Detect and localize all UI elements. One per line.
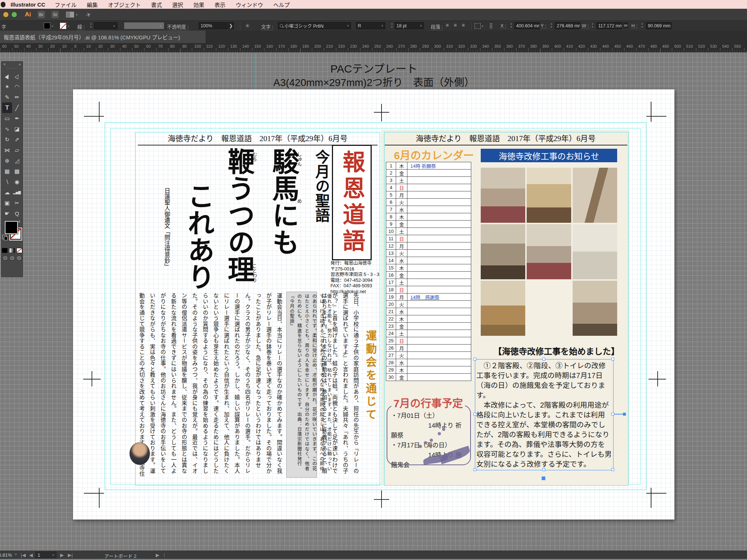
publisher-info[interactable]: 発行：報恩山海徳寺 〒275-0016 習志野市津田沼 5 - 3 - 3 電話…: [330, 261, 380, 295]
tool-rotate[interactable]: ↻: [2, 134, 12, 145]
tool-curvature[interactable]: ✏: [12, 92, 22, 102]
selection-handle[interactable]: [473, 413, 476, 416]
constrain-proportions-icon[interactable]: ∞: [623, 22, 628, 28]
menu-item[interactable]: 表示: [214, 1, 225, 8]
tool-eraser[interactable]: ◪: [12, 124, 22, 134]
status-artboard-label[interactable]: アートボード 2: [97, 552, 144, 559]
notice-text-frame[interactable]: ①２階客殿、②階段、③トイレの改修工事を行います。完成の時期は7月17日（海の日…: [475, 359, 614, 470]
stretch-widget[interactable]: [623, 413, 626, 416]
brush-definition-dropdown[interactable]: [124, 22, 164, 29]
july-schedule-title[interactable]: 7月の行事予定: [391, 395, 465, 410]
opacity-expand-button[interactable]: ❯: [228, 22, 234, 29]
horizontal-ruler[interactable]: 6050403020100102030405060708090100110120…: [0, 43, 747, 53]
tool-scale[interactable]: ⇗: [12, 134, 22, 145]
brush-chevron-icon[interactable]: ∨: [159, 24, 162, 28]
h-stepper[interactable]: ▲▼: [640, 22, 644, 29]
menu-item[interactable]: 選択: [172, 1, 183, 8]
status-divider-icon[interactable]: ⟨: [163, 552, 165, 558]
w-field[interactable]: 117.172 mm: [596, 22, 622, 29]
font-style-field[interactable]: R∨: [356, 22, 385, 29]
color-button[interactable]: [2, 248, 8, 253]
document-tab[interactable]: 報恩道語表紙（平成29年05月号）.ai @ 106.81% (CMYK/GPU…: [0, 31, 206, 43]
menu-app-name[interactable]: Illustrator CC: [11, 1, 45, 8]
tool-shape-builder[interactable]: ⊕: [2, 155, 12, 166]
panel-grip[interactable]: [7, 68, 18, 71]
default-fill-stroke-icon[interactable]: [2, 235, 7, 239]
workspace-chevron-icon[interactable]: ∨: [76, 13, 78, 16]
tool-slice[interactable]: ✂: [12, 198, 22, 208]
tool-rectangle[interactable]: ▭: [2, 113, 12, 124]
tool-blend[interactable]: ◉: [12, 176, 22, 187]
right-page-header[interactable]: 海徳寺だより 報恩道語 2017年（平成29年）6月号: [385, 132, 627, 143]
window-zoom-button[interactable]: [12, 12, 17, 17]
tool-gradient[interactable]: ▩: [12, 166, 22, 176]
artboard[interactable]: 海徳寺だより 報恩道語 2017年（平成29年）6月号 今月の聖語 駿馬にも 鞭…: [73, 89, 674, 520]
stroke-dropdown-icon[interactable]: ∨: [67, 24, 70, 28]
draw-inside-button[interactable]: [16, 255, 22, 261]
selection-handle[interactable]: [611, 358, 614, 361]
y-stepper[interactable]: ▲▼: [549, 22, 553, 29]
selection-handle[interactable]: [473, 358, 476, 361]
reference-point-grid-icon[interactable]: ⣿: [489, 23, 493, 28]
left-page-header[interactable]: 海徳寺だより 報恩道語 2017年（平成29年）6月号: [137, 132, 379, 143]
renovation-banner[interactable]: 海徳寺改修工事のお知らせ: [481, 149, 617, 162]
menu-item[interactable]: 編集: [87, 1, 98, 8]
draw-behind-button[interactable]: [9, 255, 15, 261]
fill-indicator[interactable]: [5, 221, 18, 234]
tool-lasso[interactable]: ◠: [12, 81, 22, 92]
tool-magic-wand[interactable]: ✶: [2, 81, 12, 92]
draw-normal-button[interactable]: [2, 255, 8, 261]
author-photo[interactable]: [129, 442, 150, 465]
fill-color-swatch[interactable]: [44, 23, 50, 29]
tool-shaper[interactable]: ∿: [2, 124, 12, 134]
character-label[interactable]: 文字 :: [261, 23, 273, 30]
selection-handle[interactable]: [611, 468, 614, 471]
align-center-icon[interactable]: ≡: [454, 22, 459, 28]
artboard-number-field[interactable]: 1∨: [35, 552, 57, 558]
opacity-field[interactable]: 100%: [199, 22, 227, 29]
calligraphy-line-3[interactable]: これあり: [184, 182, 212, 303]
tool-hand[interactable]: ☛: [2, 208, 12, 219]
last-artboard-icon[interactable]: ▶|: [68, 552, 73, 558]
tool-eyedropper[interactable]: ∖: [2, 176, 12, 187]
masthead-box[interactable]: 報恩道語: [332, 145, 372, 260]
prev-artboard-icon[interactable]: ◀: [29, 552, 33, 558]
gradient-button[interactable]: [9, 248, 15, 253]
window-minimize-button[interactable]: [3, 12, 8, 17]
calligraphy-line-1[interactable]: 駿馬にも: [269, 148, 297, 273]
tool-column-graph[interactable]: ▂▅▇: [12, 187, 22, 198]
align-left-icon[interactable]: ≡: [446, 22, 451, 28]
calligraphy-source[interactable]: 日蓮聖人御遺文「問注得意鈔」: [163, 188, 170, 297]
tool-selection[interactable]: ▶: [2, 71, 12, 81]
stroke-weight-label[interactable]: 線 :: [77, 23, 85, 30]
calendar-title[interactable]: 6月のカレンダー: [394, 147, 474, 162]
tool-perspective-grid[interactable]: ◿: [12, 155, 22, 166]
selection-handle[interactable]: [473, 468, 476, 471]
article-title[interactable]: 運動会を通じて: [362, 330, 378, 436]
panel-close-icon[interactable]: ×: [3, 62, 5, 67]
share-icon[interactable]: ✈: [85, 11, 92, 19]
zoom-level[interactable]: 6.81%: [0, 552, 12, 558]
tool-symbol-sprayer[interactable]: ☁: [2, 187, 12, 198]
h-field[interactable]: 90.069 mm: [646, 22, 671, 29]
text-out-port[interactable]: [542, 477, 545, 480]
stroke-stepper[interactable]: ▲▼: [89, 22, 93, 29]
june-calendar[interactable]: 1木14時 祈願祭2金3土4日5月6火7水8木9金10土11日12月13火14水…: [386, 162, 471, 381]
fill-dropdown-icon[interactable]: ∨: [51, 24, 54, 28]
menu-item[interactable]: 効果: [193, 1, 204, 8]
opacity-label[interactable]: 不透明度 :: [167, 23, 189, 30]
paragraph-label[interactable]: 段落 :: [431, 23, 443, 30]
apple-logo-icon[interactable]: [1, 2, 5, 7]
tool-artboard[interactable]: ▣: [2, 198, 12, 208]
status-menu-icon[interactable]: ▶: [156, 552, 159, 558]
tool-direct-selection[interactable]: ▷: [12, 71, 22, 81]
tool-type[interactable]: T: [2, 102, 12, 113]
none-button[interactable]: [16, 248, 22, 253]
font-size-stepper[interactable]: ▲▼: [390, 22, 394, 29]
swap-fill-stroke-icon[interactable]: ⇄: [17, 219, 20, 224]
tool-zoom[interactable]: Q: [12, 208, 22, 219]
panel-collapse-icon[interactable]: «: [19, 62, 21, 67]
menu-item[interactable]: オブジェクト: [108, 1, 141, 8]
tool-line-segment[interactable]: ╱: [12, 102, 22, 113]
stroke-color-swatch[interactable]: [60, 23, 66, 29]
